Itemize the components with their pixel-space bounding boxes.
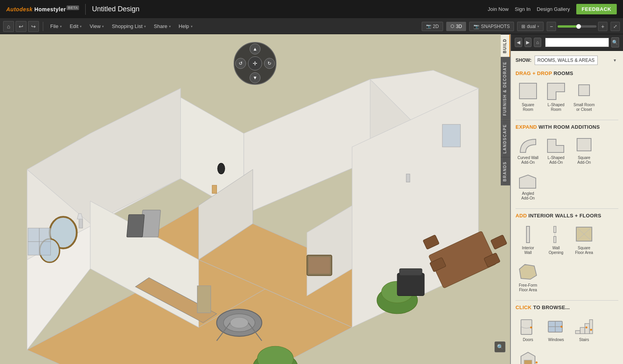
edit-menu[interactable]: Edit ▾ xyxy=(67,22,85,31)
panel-search-input[interactable] xyxy=(545,38,609,47)
drag-drop-highlight: DRAG + DROP xyxy=(516,70,552,76)
pan-up-button[interactable]: ▲ xyxy=(250,44,260,54)
svg-point-76 xyxy=(590,329,592,331)
view-2d-button[interactable]: 📷 2D xyxy=(422,22,443,31)
interior-highlight: ADD xyxy=(516,213,527,219)
doors-item[interactable]: Doors xyxy=(516,314,540,344)
interior-wall-item[interactable]: InteriorWall xyxy=(516,222,540,257)
fireplaces-item[interactable]: Fireplaces xyxy=(516,347,540,364)
zoom-slider-handle[interactable] xyxy=(576,24,581,29)
dual-arrow-icon: ▾ xyxy=(537,24,539,28)
help-menu[interactable]: Help ▾ xyxy=(176,22,196,31)
app-logo: Autodesk HomestylerBETA xyxy=(6,6,79,12)
redo-button[interactable]: ↪ xyxy=(28,21,39,32)
svg-point-39 xyxy=(218,163,225,174)
viewport[interactable]: ↺ ↻ ▲ ▼ ✛ 🔍 xyxy=(0,34,510,364)
zoom-in-button[interactable]: + xyxy=(598,22,607,31)
viewport-magnifier[interactable]: 🔍 xyxy=(495,341,505,352)
rotate-right-button[interactable]: ↻ xyxy=(264,58,275,69)
file-menu[interactable]: File ▾ xyxy=(47,22,65,31)
show-dropdown[interactable]: ROOMS, WALLS & AREAS ALL STRUCTURE ONLY xyxy=(535,56,598,65)
file-menu-label: File xyxy=(50,23,58,29)
doors-shape xyxy=(517,316,539,336)
build-tab[interactable]: BUILD xyxy=(501,34,510,57)
svg-rect-38 xyxy=(309,257,330,274)
expand-heading: EXPAND WITH ROOM ADDITIONS xyxy=(516,124,618,130)
wall-opening-shape xyxy=(545,224,567,244)
share-arrow-icon: ▾ xyxy=(169,24,171,28)
l-shaped-addon-label: L-ShapedAdd-On xyxy=(547,156,564,165)
svg-rect-46 xyxy=(197,286,211,313)
zoom-out-button[interactable]: − xyxy=(547,22,556,31)
wall-opening-item[interactable]: WallOpening xyxy=(544,222,568,257)
sign-in-link[interactable]: Sign In xyxy=(515,6,530,12)
cube-3d-icon: ⬡ xyxy=(451,24,454,29)
expand-rest: WITH ROOM ADDITIONS xyxy=(539,124,600,130)
drag-drop-rest: ROOMS xyxy=(554,70,574,76)
svg-rect-28 xyxy=(127,215,144,237)
edit-menu-label: Edit xyxy=(70,23,78,29)
zoom-slider-fill xyxy=(558,25,577,28)
design-gallery-link[interactable]: Design Gallery xyxy=(537,6,570,12)
nav-center-button[interactable]: ✛ xyxy=(248,56,262,70)
free-form-floor-label: Free-FormFloor Area xyxy=(519,283,537,292)
file-arrow-icon: ▾ xyxy=(60,24,62,28)
interior-wall-label: InteriorWall xyxy=(522,246,534,255)
landscape-tab[interactable]: LANDSCAPE xyxy=(501,120,510,158)
view-3d-button[interactable]: ⬡ 3D xyxy=(446,22,466,31)
snapshots-label: SNAPSHOTS xyxy=(481,24,510,29)
small-room-item[interactable]: Small Roomor Closet xyxy=(572,80,597,114)
curved-wall-shape xyxy=(517,135,539,154)
windows-item[interactable]: Windows xyxy=(544,314,568,344)
panel-search-button[interactable]: 🔍 xyxy=(611,37,619,47)
share-menu[interactable]: Share ▾ xyxy=(151,22,174,31)
svg-point-71 xyxy=(561,326,563,328)
svg-point-77 xyxy=(586,327,588,329)
rotate-left-button[interactable]: ↺ xyxy=(235,58,246,69)
svg-rect-75 xyxy=(590,320,593,334)
panel-top-nav: ◀ ▶ ⌂ 🔍 xyxy=(511,34,623,51)
l-shaped-room-item[interactable]: L-ShapedRoom xyxy=(544,80,568,114)
square-addon-item[interactable]: SquareAdd-On xyxy=(572,134,597,166)
zoom-slider-track[interactable] xyxy=(558,25,597,28)
panel-home-button[interactable]: ⌂ xyxy=(534,38,541,47)
brands-tab[interactable]: BRANDS xyxy=(501,157,510,186)
top-right-nav: Join Now Sign In Design Gallery FEEDBACK xyxy=(488,4,617,14)
l-shaped-addon-item[interactable]: L-ShapedAdd-On xyxy=(544,134,568,166)
furnish-tab[interactable]: FURNISH & DECORATE xyxy=(501,57,510,120)
doors-label: Doors xyxy=(523,338,533,342)
home-button[interactable]: ⌂ xyxy=(3,21,14,32)
panel-forward-button[interactable]: ▶ xyxy=(524,38,532,47)
svg-rect-51 xyxy=(519,83,537,99)
view-arrow-icon: ▾ xyxy=(102,24,104,28)
free-form-floor-item[interactable]: Free-FormFloor Area xyxy=(516,260,540,294)
panel-back-button[interactable]: ◀ xyxy=(515,38,522,47)
interior-wall-shape xyxy=(517,224,539,244)
undo-button[interactable]: ↩ xyxy=(16,21,26,32)
pan-down-button[interactable]: ▼ xyxy=(250,72,260,83)
square-room-shape xyxy=(517,82,539,101)
square-floor-item[interactable]: SquareFloor Area xyxy=(572,222,597,257)
curved-wall-item[interactable]: Curved WallAdd-On xyxy=(516,134,540,166)
snapshots-button[interactable]: 📷 SNAPSHOTS xyxy=(469,22,514,31)
fireplaces-shape xyxy=(517,348,539,364)
additions-grid: Curved WallAdd-On L-ShapedAdd-On SquareA… xyxy=(516,134,618,202)
svg-rect-60 xyxy=(554,236,556,243)
view-2d-label: 2D xyxy=(433,24,439,29)
shopping-list-menu[interactable]: Shopping List ▾ xyxy=(109,22,149,31)
viewport-search-icon[interactable]: 🔍 xyxy=(495,341,505,352)
view-menu[interactable]: View ▾ xyxy=(86,22,107,31)
dual-label: dual xyxy=(527,24,536,29)
dual-view-button[interactable]: ⊞ dual ▾ xyxy=(517,22,544,31)
square-room-item[interactable]: SquareRoom xyxy=(516,80,540,114)
square-addon-label: SquareAdd-On xyxy=(577,156,591,165)
stairs-item[interactable]: Stairs xyxy=(572,314,597,344)
fullscreen-button[interactable]: ⤢ xyxy=(611,22,620,31)
svg-rect-41 xyxy=(399,269,422,275)
join-now-link[interactable]: Join Now xyxy=(488,6,509,12)
angled-addon-item[interactable]: AngledAdd-On xyxy=(516,170,540,202)
feedback-button[interactable]: FEEDBACK xyxy=(576,4,617,14)
svg-rect-49 xyxy=(406,174,410,182)
camera-snapshot-icon: 📷 xyxy=(473,24,479,29)
svg-rect-73 xyxy=(580,327,585,334)
